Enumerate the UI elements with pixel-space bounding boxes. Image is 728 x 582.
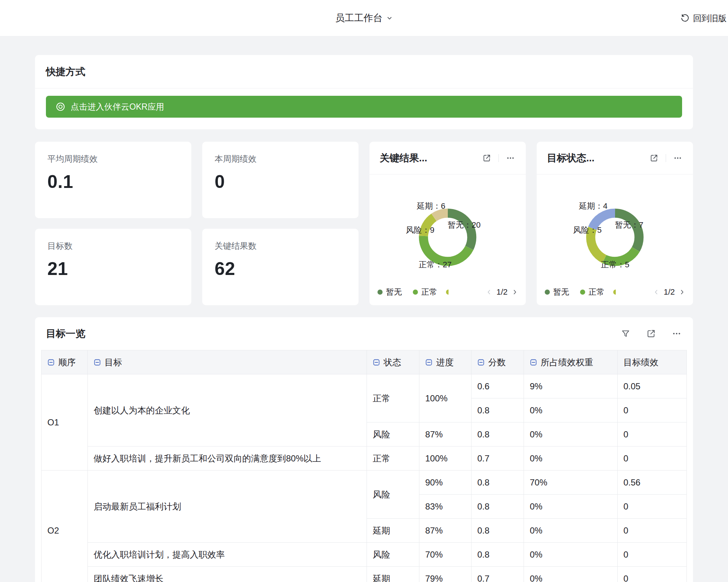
- divider: [666, 154, 666, 162]
- progress-cell: 79%: [419, 567, 471, 582]
- legend-item[interactable]: 正常: [580, 287, 604, 298]
- chevron-left-icon[interactable]: [653, 289, 659, 295]
- score-cell: 0.8: [471, 543, 524, 567]
- objective-cell[interactable]: 优化入职培训计划，提高入职效率: [88, 543, 367, 567]
- chart-card-header: 目标状态...: [537, 142, 693, 174]
- table-row: 优化入职培训计划，提高入职效率 风险 70% 0.8 0% 0: [42, 543, 687, 567]
- legend-item-clipped: [613, 290, 616, 295]
- chart-actions: [649, 153, 683, 163]
- legend-item-clipped: [446, 290, 449, 295]
- table-card-header: 目标一览: [35, 317, 693, 350]
- objectives-table-card: 目标一览: [35, 317, 693, 582]
- col-header-weight[interactable]: 所占绩效权重: [524, 350, 618, 374]
- shortcut-card-body: 点击进入伙伴云OKR应用: [35, 89, 693, 129]
- score-cell: 0.8: [471, 519, 524, 543]
- legend-dot: [446, 290, 449, 295]
- dashboard-grid: 平均周期绩效 0.1 本周期绩效 0 关键结果...: [35, 142, 693, 305]
- more-icon[interactable]: [505, 153, 516, 163]
- col-header-score[interactable]: 分数: [471, 350, 524, 374]
- chevron-right-icon[interactable]: [679, 289, 685, 295]
- perf-cell: 0: [618, 422, 687, 447]
- score-cell: 0.8: [471, 422, 524, 447]
- chart-label-risk: 风险：5: [573, 225, 602, 236]
- progress-cell: 87%: [419, 422, 471, 447]
- progress-cell: 87%: [419, 519, 471, 543]
- score-cell: 0.8: [471, 398, 524, 422]
- progress-cell: 83%: [419, 495, 471, 519]
- minus-square-icon: [425, 359, 433, 366]
- objective-status-chart-card: 目标状态... 延期：4 暂无：7 风险：5 正常：5: [537, 142, 693, 305]
- chart-label-normal: 正常：5: [601, 259, 629, 270]
- stat-card-avg-cycle: 平均周期绩效 0.1: [35, 142, 191, 218]
- filter-icon[interactable]: [620, 328, 631, 339]
- more-icon[interactable]: [671, 328, 682, 339]
- legend-label: 正常: [588, 287, 604, 298]
- progress-cell: 100%: [419, 447, 471, 471]
- objective-cell[interactable]: 启动最新员工福利计划: [88, 471, 367, 543]
- progress-cell: 100%: [419, 374, 471, 422]
- history-icon: [680, 13, 690, 23]
- table-row: O1 创建以人为本的企业文化 正常 100% 0.6 9% 0.05: [42, 374, 687, 398]
- weight-cell: 0%: [524, 543, 618, 567]
- table-row: O2 启动最新员工福利计划 风险 90% 0.8 70% 0.56: [42, 471, 687, 495]
- chart-legend: 暂无 正常 1/2: [537, 279, 693, 305]
- status-cell: 风险: [367, 422, 419, 447]
- progress-cell: 70%: [419, 543, 471, 567]
- weight-cell: 0%: [524, 447, 618, 471]
- perf-cell: 0.56: [618, 471, 687, 495]
- legend-dot: [613, 290, 616, 295]
- chevron-right-icon[interactable]: [512, 289, 518, 295]
- col-label: 分数: [488, 357, 506, 368]
- col-header-progress[interactable]: 进度: [419, 350, 471, 374]
- legend-dot: [377, 290, 383, 295]
- okr-app-button[interactable]: 点击进入伙伴云OKR应用: [46, 96, 682, 118]
- table-row: 团队绩效飞速增长 延期 79% 0.7 0% 0: [42, 567, 687, 582]
- perf-cell: 0: [618, 519, 687, 543]
- status-cell: 正常: [367, 447, 419, 471]
- stat-label: 目标数: [47, 240, 179, 252]
- perf-cell: 0: [618, 398, 687, 422]
- chevron-left-icon[interactable]: [486, 289, 492, 295]
- minus-square-icon: [530, 359, 537, 366]
- perf-cell: 0: [618, 447, 687, 471]
- main-content: 快捷方式 点击进入伙伴云OKR应用 平均周期绩效 0.1 本周期绩效 0 关键结…: [0, 36, 728, 582]
- weight-cell: 0%: [524, 422, 618, 447]
- legend-label: 暂无: [553, 287, 569, 298]
- page-title: 员工工作台: [335, 12, 383, 24]
- weight-cell: 0%: [524, 519, 618, 543]
- objective-cell[interactable]: 做好入职培训，提升新员工和公司双向的满意度到80%以上: [88, 447, 367, 471]
- col-header-perf[interactable]: 目标绩效: [618, 350, 687, 374]
- more-icon[interactable]: [673, 153, 683, 163]
- legend-item[interactable]: 暂无: [377, 287, 402, 298]
- status-cell: 风险: [367, 543, 419, 567]
- donut-chart: 延期：4 暂无：7 风险：5 正常：5: [537, 174, 693, 279]
- col-header-order[interactable]: 顺序: [42, 350, 88, 374]
- pager-label: 1/2: [664, 287, 675, 297]
- stat-label: 本周期绩效: [215, 153, 346, 165]
- legend-label: 正常: [421, 287, 437, 298]
- workspace-switcher[interactable]: 员工工作台: [335, 12, 393, 24]
- legend-item[interactable]: 正常: [413, 287, 437, 298]
- chevron-down-icon: [386, 15, 393, 21]
- stat-card-key-results: 关键结果数 62: [202, 229, 359, 305]
- table-row: 做好入职培训，提升新员工和公司双向的满意度到80%以上 正常 100% 0.7 …: [42, 447, 687, 471]
- legend-item[interactable]: 暂无: [545, 287, 569, 298]
- target-icon: [55, 102, 66, 112]
- chart-title: 目标状态...: [547, 152, 595, 165]
- perf-cell: 0: [618, 567, 687, 582]
- open-in-new-icon[interactable]: [646, 328, 657, 339]
- open-in-new-icon[interactable]: [649, 153, 659, 163]
- col-header-status[interactable]: 状态: [367, 350, 419, 374]
- objective-cell[interactable]: 团队绩效飞速增长: [88, 567, 367, 582]
- perf-cell: 0: [618, 543, 687, 567]
- open-in-new-icon[interactable]: [482, 153, 492, 163]
- score-cell: 0.8: [471, 495, 524, 519]
- objective-cell[interactable]: 创建以人为本的企业文化: [88, 374, 367, 447]
- col-header-objective[interactable]: 目标: [88, 350, 367, 374]
- chart-legend: 暂无 正常 1/2: [369, 279, 526, 305]
- col-label: 目标绩效: [623, 357, 658, 368]
- back-to-old-version-link[interactable]: 回到旧版: [680, 12, 727, 24]
- minus-square-icon: [94, 359, 101, 366]
- stat-label: 平均周期绩效: [47, 153, 179, 165]
- top-bar: 员工工作台 回到旧版: [0, 0, 728, 36]
